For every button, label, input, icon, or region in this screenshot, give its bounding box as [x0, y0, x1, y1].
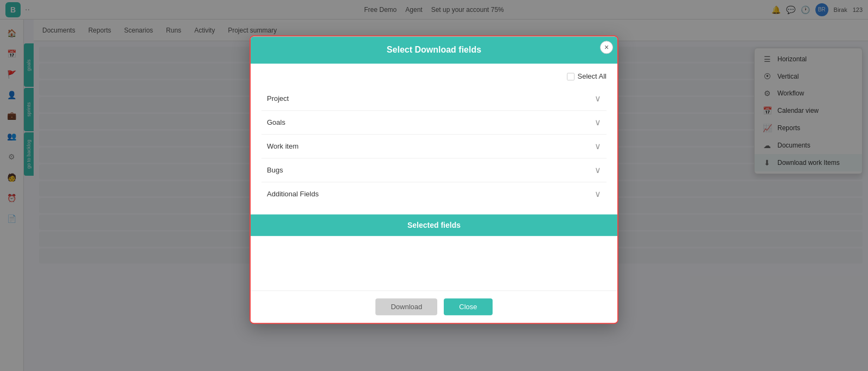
- select-all-row: Select All: [261, 72, 607, 80]
- chevron-down-icon-project: ∨: [595, 93, 601, 104]
- chevron-down-icon-workitem: ∨: [595, 141, 601, 151]
- chevron-down-icon-bugs: ∨: [595, 165, 601, 175]
- field-row-goals[interactable]: Goals ∨: [261, 111, 607, 135]
- field-label-workitem: Work item: [267, 142, 298, 150]
- field-row-bugs[interactable]: Bugs ∨: [261, 158, 607, 182]
- modal-header: Select Download fields: [251, 36, 617, 63]
- modal-body: Select All Project ∨ Goals ∨ Work item ∨…: [251, 63, 617, 214]
- field-label-project: Project: [267, 94, 289, 103]
- selected-fields-area: [251, 236, 617, 290]
- select-all-checkbox[interactable]: [567, 73, 575, 80]
- modal-close-button[interactable]: ×: [600, 41, 613, 54]
- modal-title: Select Download fields: [261, 45, 607, 55]
- select-all-label[interactable]: Select All: [578, 72, 607, 80]
- close-button[interactable]: Close: [444, 298, 492, 315]
- field-label-bugs: Bugs: [267, 166, 283, 174]
- field-label-goals: Goals: [267, 118, 285, 126]
- download-button[interactable]: Download: [375, 298, 437, 315]
- modal-footer: Download Close: [251, 290, 617, 323]
- field-row-project[interactable]: Project ∨: [261, 87, 607, 111]
- field-row-workitem[interactable]: Work item ∨: [261, 135, 607, 158]
- chevron-down-icon-additional: ∨: [595, 189, 601, 199]
- selected-fields-title: Selected fields: [261, 221, 607, 229]
- select-download-fields-modal: × Select Download fields Select All Proj…: [250, 35, 618, 324]
- field-row-additional-fields[interactable]: Additional Fields ∨: [261, 182, 607, 206]
- field-label-additional-fields: Additional Fields: [267, 190, 318, 198]
- selected-fields-header: Selected fields: [251, 214, 617, 236]
- chevron-down-icon-goals: ∨: [595, 117, 601, 127]
